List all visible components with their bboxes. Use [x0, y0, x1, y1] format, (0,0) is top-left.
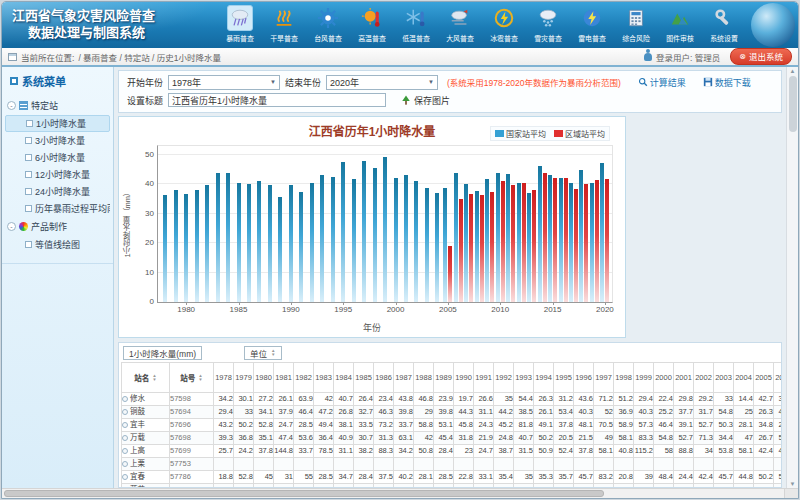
table-row[interactable]: 上栗57753 — [122, 458, 783, 471]
toolbar-item-typhoon[interactable]: 台风普查 — [306, 4, 350, 43]
checkbox-icon[interactable] — [25, 154, 32, 161]
bar-national — [352, 179, 356, 302]
bar-group: 2015 — [547, 146, 557, 302]
value-cell: 46.4 — [294, 406, 314, 419]
toolbar-item-drought[interactable]: 干旱普查 — [262, 4, 306, 43]
value-cell — [234, 458, 254, 471]
table-row[interactable]: 万载5769839.336.835.147.453.636.440.930.73… — [122, 432, 783, 445]
save-image-button[interactable]: 保存图片 — [401, 94, 450, 107]
toolbar-item-lightning[interactable]: 雷电普查 — [570, 4, 614, 43]
row-expand-icon[interactable] — [122, 396, 128, 402]
scroll-down-icon[interactable]: ▼ — [790, 481, 796, 487]
row-expand-icon[interactable] — [122, 422, 128, 428]
value-cell: 45.7 — [714, 471, 734, 484]
toolbar-item-high-temp[interactable]: 高温普查 — [350, 4, 394, 43]
horizontal-scroll-thumb[interactable] — [4, 490, 604, 497]
bar-group — [275, 146, 285, 302]
checkbox-icon[interactable] — [25, 241, 32, 248]
logout-button[interactable]: ⊗ 退出系统 — [730, 48, 792, 65]
unit-label: 单位 — [250, 347, 267, 359]
login-user-label: 登录用户: 管理员 — [656, 51, 720, 63]
unit-select[interactable]: 单位 ▲▼ — [244, 346, 281, 360]
tree-item[interactable]: 历年暴雨过程平均雨量 — [5, 200, 110, 217]
value-cell: 47 — [734, 432, 754, 445]
toolbar-item-low-temp[interactable]: 低温普查 — [394, 4, 438, 43]
sort-arrows-icon[interactable]: ▲▼ — [198, 374, 202, 382]
checkbox-icon[interactable] — [26, 120, 33, 127]
checkbox-icon[interactable] — [25, 171, 32, 178]
tree-item[interactable]: 1小时降水量 — [5, 115, 110, 132]
row-expand-icon[interactable] — [122, 435, 128, 441]
bar-group — [505, 146, 515, 302]
horizontal-scrollbar[interactable] — [2, 488, 798, 498]
tree-item[interactable]: 12小时降水量 — [5, 166, 110, 183]
tree-item[interactable]: 6小时降水量 — [5, 149, 110, 166]
breadcrumb[interactable]: / 暴雨普查 / 特定站 / 历史1小时降水量 — [78, 51, 221, 63]
tree-group-1[interactable]: -产品制作 — [5, 217, 110, 236]
checkbox-icon[interactable] — [25, 137, 32, 144]
row-expand-icon[interactable] — [122, 461, 128, 467]
scroll-up-icon[interactable]: ▲ — [790, 68, 796, 74]
value-cell: 78.5 — [314, 445, 334, 458]
value-cell — [474, 458, 494, 471]
bar-national — [362, 161, 366, 302]
year-column-header: 1985 — [354, 363, 374, 393]
calculate-button[interactable]: 计算结果 — [638, 76, 686, 89]
value-cell: 39.8 — [394, 406, 414, 419]
tree-item[interactable]: 等值线绘图 — [5, 236, 110, 253]
expander-icon[interactable]: - — [7, 222, 16, 231]
bar-group — [401, 146, 411, 302]
checkbox-icon[interactable] — [25, 205, 32, 212]
chart-title-input[interactable]: 江西省历年1小时降水量 — [168, 93, 386, 107]
expander-icon[interactable]: - — [7, 101, 16, 110]
table-row[interactable]: 修水5759834.230.127.226.163.94240.726.423.… — [122, 393, 783, 406]
table-type-select[interactable]: 1小时降水量(mm) — [123, 346, 202, 360]
vertical-scrollbar[interactable]: ▲ ▼ — [786, 67, 798, 488]
value-cell — [494, 458, 514, 471]
toolbar-item-hail[interactable]: 冰雹普查 — [482, 4, 526, 43]
grid-icon — [19, 101, 28, 110]
value-cell — [254, 458, 274, 471]
table-row[interactable]: 莲花5778922.436.236.937.148.541.923.630.23… — [122, 484, 783, 489]
row-expand-icon[interactable] — [122, 448, 128, 454]
row-expand-icon[interactable] — [122, 409, 128, 415]
value-cell: 38.7 — [494, 445, 514, 458]
toolbar-item-rainstorm[interactable]: 暴雨普查 — [218, 4, 262, 43]
download-button[interactable]: 数据下载 — [703, 76, 751, 89]
tree-item[interactable]: 24小时降水量 — [5, 183, 110, 200]
start-year-select[interactable]: 1978年 ▼ — [168, 75, 280, 90]
bar-national — [579, 170, 583, 302]
value-cell: 33 — [234, 406, 254, 419]
table-row[interactable]: 宜春5778618.852.845315528.534.728.437.540.… — [122, 471, 783, 484]
toolbar-item-label: 系统设置 — [704, 32, 744, 42]
toolbar-item-snow[interactable]: 雪灾普查 — [526, 4, 570, 43]
bar-national — [320, 175, 324, 302]
value-cell: 34.4 — [714, 432, 734, 445]
end-year-select[interactable]: 2020年 ▼ — [326, 75, 438, 90]
value-cell: 37.5 — [374, 471, 394, 484]
toolbar-item-map-review[interactable]: 图件审核 — [658, 4, 702, 43]
checkbox-icon[interactable] — [25, 188, 32, 195]
tree-group-0[interactable]: -特定站 — [5, 96, 110, 115]
toolbar-item-settings[interactable]: 系统设置 — [702, 4, 746, 43]
bar-group — [526, 146, 536, 302]
sort-arrows-icon[interactable]: ▲▼ — [152, 374, 156, 382]
column-header-id[interactable]: 站号▲▼ — [170, 363, 214, 393]
station-name-cell: 修水 — [122, 393, 170, 406]
table-row[interactable]: 上高5769925.724.237.8144.833.778.531.138.2… — [122, 445, 783, 458]
row-expand-icon[interactable] — [122, 474, 128, 480]
table-row[interactable]: 铜鼓5769429.43334.137.946.447.226.832.746.… — [122, 406, 783, 419]
tree-item[interactable]: 3小时降水量 — [5, 132, 110, 149]
value-cell: 28.5 — [314, 471, 334, 484]
table-row[interactable]: 宜丰5769643.250.252.824.728.549.438.133.57… — [122, 419, 783, 432]
value-cell: 26.7 — [754, 432, 774, 445]
row-expand-icon[interactable] — [122, 487, 128, 488]
vertical-scroll-thumb[interactable] — [789, 76, 797, 132]
column-header-station[interactable]: 站名▲▼ — [122, 363, 170, 393]
value-cell: 31.3 — [374, 432, 394, 445]
tree-item-label: 6小时降水量 — [35, 151, 85, 164]
bar-group — [380, 146, 390, 302]
toolbar-item-wind[interactable]: 大风普查 — [438, 4, 482, 43]
value-cell: 33 — [714, 393, 734, 406]
toolbar-item-risk[interactable]: 综合风险 — [614, 4, 658, 43]
